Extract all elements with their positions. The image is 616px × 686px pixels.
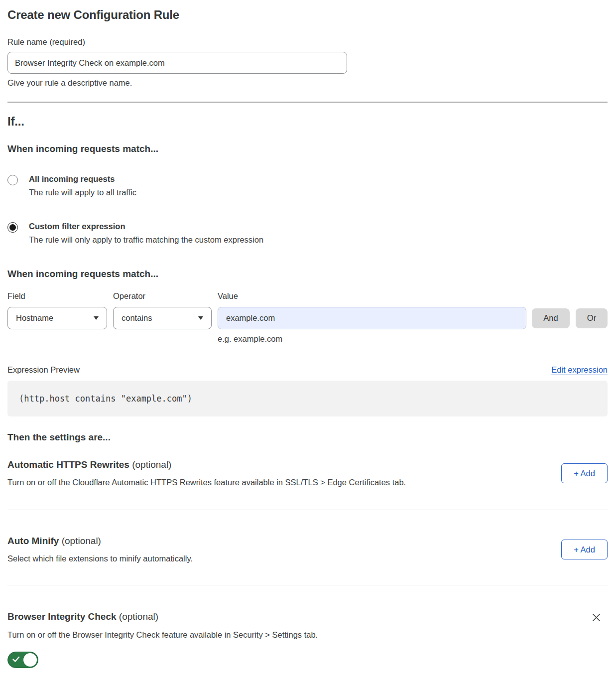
setting-description: Select which file extensions to minify a… (7, 554, 193, 563)
expression-preview-code: (http.host contains "example.com") (7, 381, 608, 416)
setting-title: Browser Integrity Check (optional) (7, 611, 158, 622)
rule-name-input[interactable] (7, 52, 347, 74)
setting-description: Turn on or off the Browser Integrity Che… (7, 630, 608, 640)
create-configuration-rule-form: Create new Configuration Rule Rule name … (0, 0, 616, 686)
rule-name-label: Rule name (required) (7, 37, 608, 47)
setting-row-automatic-https-rewrites: Automatic HTTPS Rewrites (optional) Turn… (7, 443, 608, 510)
and-button[interactable]: And (532, 308, 570, 328)
radio-button-unselected[interactable] (7, 175, 18, 185)
field-select[interactable]: Hostname (7, 307, 107, 329)
radio-label: Custom filter expression (29, 222, 263, 231)
add-auto-minify-button[interactable]: + Add (561, 540, 608, 559)
optional-tag: (optional) (62, 536, 101, 546)
radio-option-all-incoming-requests[interactable]: All incoming requests The rule will appl… (7, 174, 608, 197)
expression-preview-label: Expression Preview (7, 365, 80, 375)
setting-description: Turn on or off the Cloudflare Automatic … (7, 478, 406, 487)
operator-select[interactable]: contains (113, 307, 212, 329)
field-select-value: Hostname (16, 313, 53, 323)
if-heading: If... (7, 115, 608, 129)
or-button[interactable]: Or (576, 308, 608, 328)
operator-label: Operator (113, 291, 218, 301)
value-label: Value (218, 291, 238, 301)
radio-description: The rule will only apply to traffic matc… (29, 235, 263, 245)
add-automatic-https-rewrites-button[interactable]: + Add (561, 463, 608, 483)
radio-label: All incoming requests (29, 174, 136, 184)
radio-button-selected[interactable] (7, 222, 18, 233)
setting-row-browser-integrity-check: Browser Integrity Check (optional) Turn … (7, 585, 608, 670)
edit-expression-link[interactable]: Edit expression (551, 365, 608, 375)
close-icon[interactable] (591, 612, 602, 623)
operator-select-value: contains (122, 313, 152, 323)
optional-tag: (optional) (119, 611, 158, 622)
optional-tag: (optional) (132, 459, 171, 470)
setting-title: Auto Minify (optional) (7, 536, 193, 547)
builder-subheading: When incoming requests match... (7, 269, 608, 279)
setting-row-auto-minify: Auto Minify (optional) Select which file… (7, 510, 608, 585)
toggle-knob[interactable] (23, 653, 37, 667)
check-icon (12, 656, 20, 663)
browser-integrity-check-toggle[interactable] (7, 652, 38, 668)
then-settings-heading: Then the settings are... (7, 432, 608, 443)
setting-title: Automatic HTTPS Rewrites (optional) (7, 459, 406, 470)
page-title: Create new Configuration Rule (7, 8, 608, 22)
match-subheading: When incoming requests match... (7, 143, 608, 154)
rule-name-help: Give your rule a descriptive name. (7, 78, 608, 88)
field-label: Field (7, 291, 113, 301)
value-input[interactable] (218, 307, 526, 329)
radio-description: The rule will apply to all traffic (29, 188, 136, 197)
value-hint: e.g. example.com (218, 334, 608, 344)
chevron-down-icon (198, 316, 203, 320)
chevron-down-icon (94, 316, 99, 320)
radio-option-custom-filter-expression[interactable]: Custom filter expression The rule will o… (7, 222, 608, 245)
section-divider (7, 102, 608, 103)
